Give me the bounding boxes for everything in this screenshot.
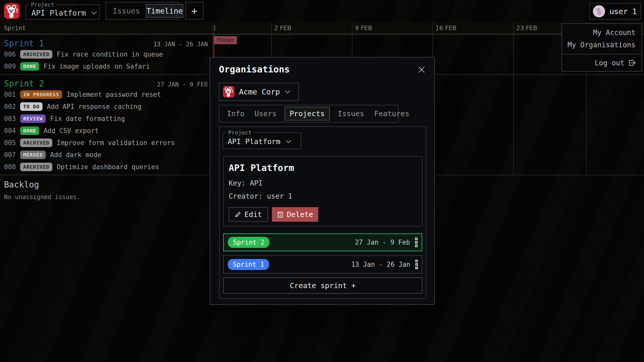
- add-view-button[interactable]: +: [185, 2, 204, 20]
- user-menu: My AccountMy Organisations Log out: [561, 23, 642, 72]
- chevron-down-icon: [286, 140, 292, 144]
- project-creator: Creator: user 1: [229, 192, 422, 200]
- close-icon[interactable]: [417, 65, 427, 75]
- timeline-date-label: 2 FEB: [274, 25, 291, 32]
- project-selector-label: Project: [29, 2, 56, 8]
- app-logo-icon[interactable]: !: [4, 3, 20, 19]
- modal-tab-info[interactable]: Info: [227, 109, 245, 118]
- timeline-header: Sprint 2 FEB9 FEB16 FEB23 FEB: [0, 22, 644, 34]
- org-logo-icon: !: [223, 86, 234, 98]
- sprint-badge: Sprint 1: [228, 259, 269, 270]
- modal-tab-features[interactable]: Features: [374, 109, 410, 118]
- status-badge: DONE: [20, 62, 39, 71]
- menu-item-my-account[interactable]: My Account: [562, 26, 641, 39]
- trash-icon: [277, 211, 284, 218]
- organisations-modal: Organisations ! Acme Corp InfoUsersProje…: [210, 57, 435, 305]
- status-badge: ARCHIVED: [20, 163, 52, 171]
- modal-project-selector-value: API Platform: [228, 137, 280, 146]
- status-badge: TO DO: [20, 102, 43, 111]
- issue-title: Fix race condition in queue: [57, 51, 163, 58]
- tab-timeline[interactable]: Timeline: [146, 4, 183, 18]
- issue-title: Add CSV export: [44, 127, 99, 134]
- org-name: Acme Corp: [239, 87, 280, 96]
- sprint-date-range: 27 Jan - 9 Feb: [355, 239, 410, 246]
- modal-project-selector-label: Project: [226, 129, 254, 136]
- modal-tab-users[interactable]: Users: [255, 109, 276, 118]
- delete-label: Delete: [287, 210, 313, 219]
- sprint-name[interactable]: Sprint 1: [4, 38, 44, 48]
- kebab-menu-icon[interactable]: [415, 238, 418, 247]
- modal-tab-issues[interactable]: Issues: [338, 109, 364, 118]
- issue-number: 004: [4, 127, 16, 134]
- issue-number: 005: [4, 139, 16, 147]
- issue-title: Fix image uploads on Safari: [44, 63, 150, 70]
- project-card-title: API Platform: [229, 163, 422, 173]
- status-badge: REVIEW: [20, 114, 46, 123]
- projects-tab-panel: Project API Platform API Platform Key: A…: [219, 126, 426, 299]
- sprint-badge: Sprint 2: [228, 237, 269, 248]
- modal-sprint-row-sprint-2[interactable]: Sprint 227 Jan - 9 Feb: [223, 233, 422, 251]
- modal-project-selector[interactable]: Project API Platform: [223, 129, 301, 149]
- project-selector[interactable]: Project API Platform: [25, 2, 100, 20]
- user-chip[interactable]: user 1: [589, 3, 641, 20]
- svg-text:!: !: [16, 8, 18, 14]
- sprint-heading: Sprint 113 JAN - 26 JAN: [0, 34, 210, 48]
- pencil-icon: [235, 211, 241, 218]
- issue-number: 009: [4, 63, 16, 70]
- issue-title: Add dark mode: [50, 151, 101, 159]
- delete-button[interactable]: Delete: [272, 207, 318, 222]
- issue-title: Optimize dashboard queries: [57, 163, 159, 171]
- issue-number: 006: [4, 51, 16, 58]
- sprint-name[interactable]: Sprint 2: [4, 79, 44, 88]
- avatar: [593, 5, 605, 17]
- modal-tab-bar: InfoUsersProjectsIssuesFeatures: [219, 105, 398, 122]
- issue-number: 003: [4, 115, 16, 122]
- issue-title: Implement password reset: [66, 91, 161, 98]
- svg-text:!: !: [232, 89, 233, 94]
- organisation-selector[interactable]: ! Acme Corp: [219, 83, 299, 101]
- status-badge: MERGED: [20, 151, 46, 159]
- create-sprint-label: Create sprint +: [290, 281, 356, 290]
- timeline-date-label: 16 FEB: [435, 25, 457, 32]
- issue-number: 007: [4, 151, 16, 159]
- kebab-menu-icon[interactable]: [415, 260, 418, 269]
- project-key: Key: API: [229, 179, 422, 187]
- chevron-down-icon: [91, 11, 97, 15]
- user-name: user 1: [610, 7, 637, 16]
- issue-title: Fix date formatting: [50, 115, 125, 122]
- status-badge: IN PROGRESS: [20, 90, 62, 99]
- create-sprint-button[interactable]: Create sprint +: [223, 277, 422, 294]
- sprint-date-range: 27 JAN - 9 FEB: [157, 81, 208, 88]
- top-bar: ! Project API Platform Issues Timeline +: [0, 0, 644, 22]
- logout-icon: [628, 59, 636, 67]
- sprint-date-range: 13 Jan - 26 Jan: [351, 261, 410, 268]
- project-card: API Platform Key: API Creator: user 1 Ed…: [223, 156, 422, 227]
- menu-item-my-organisations[interactable]: My Organisations: [562, 39, 641, 51]
- sprint-heading: Sprint 227 JAN - 9 FEB: [0, 75, 210, 88]
- header-tick: [214, 25, 215, 31]
- logout-label: Log out: [595, 59, 624, 67]
- timeline-date-label: 9 FEB: [355, 25, 372, 32]
- issue-number: 002: [4, 103, 16, 110]
- modal-tab-projects[interactable]: Projects: [285, 107, 330, 120]
- modal-sprint-row-sprint-1[interactable]: Sprint 113 Jan - 26 Jan: [223, 255, 422, 274]
- status-badge: ARCHIVED: [20, 139, 52, 147]
- status-badge: ARCHIVED: [20, 50, 52, 59]
- issue-title: Improve form validation errors: [57, 139, 175, 147]
- sprint-date-range: 13 JAN - 26 JAN: [153, 41, 208, 48]
- edit-label: Edit: [245, 210, 262, 219]
- sprint-column-header: Sprint: [4, 25, 26, 32]
- chevron-down-icon: [285, 90, 291, 94]
- timeline-date-label: 23 FEB: [516, 25, 537, 32]
- issue-number: 001: [4, 91, 16, 98]
- issue-title: Add API response caching: [47, 103, 141, 110]
- modal-title: Organisations: [219, 64, 290, 74]
- menu-item-log-out[interactable]: Log out: [562, 55, 641, 71]
- project-selector-value: API Platform: [31, 9, 86, 17]
- tab-issues[interactable]: Issues: [113, 7, 140, 15]
- status-badge: DONE: [20, 126, 39, 135]
- edit-button[interactable]: Edit: [229, 207, 268, 222]
- view-switcher: Issues Timeline: [106, 2, 179, 20]
- issue-number: 008: [4, 163, 16, 171]
